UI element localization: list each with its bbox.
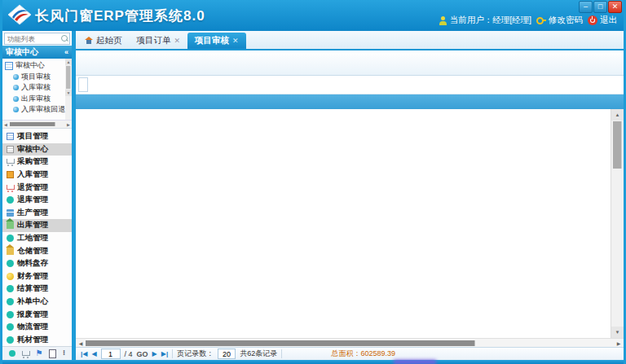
total-area-label: 总面积：602589.39 [331,349,395,359]
tree-item-2[interactable]: 出库审核 [5,94,65,105]
doc-gray-icon [7,146,14,153]
sidebar-item-2[interactable]: 采购管理 [2,156,72,169]
scroll-down-icon[interactable]: ▼ [65,90,72,96]
tab-label: 项目订单 [137,35,171,46]
page-size-input[interactable] [218,349,236,359]
last-page-button[interactable]: ▶| [161,350,168,357]
collapse-panel-icon[interactable]: « [64,48,68,56]
document-icon[interactable] [49,349,56,358]
sidebar-footer-toolbar: ⚑ ⁝ [2,346,72,360]
status-filter-group [78,77,88,92]
function-search-input[interactable] [5,35,69,43]
tree-item-1[interactable]: 入库审核 [5,82,65,94]
cart-icon[interactable] [22,350,29,357]
cart-red-icon [7,184,14,191]
minimize-button[interactable]: – [579,1,593,13]
dot-icon [7,196,14,204]
change-password-button[interactable]: 修改密码 [536,15,583,26]
sidebar-item-0[interactable]: 项目管理 [2,130,72,143]
flag-icon[interactable]: ⚑ [35,349,42,357]
sidebar-item-label: 补单中心 [17,296,48,307]
scroll-left-icon[interactable]: ◀ [76,340,86,346]
sidebar-item-11[interactable]: 财务管理 [2,270,72,283]
grid-horizontal-scrollbar[interactable]: ◀ ▶ [76,338,624,347]
tab-label: 项目审核 [195,35,229,46]
sidebar-item-12[interactable]: 结算管理 [2,283,72,296]
sidebar-item-10[interactable]: 物料盘存 [2,257,72,270]
dot-icon [7,311,14,318]
tree-root-audit-center[interactable]: 审核中心 [5,60,65,72]
tree-item-label: 入库审核回退 [21,104,65,115]
scroll-down-icon[interactable]: ▼ [611,327,624,338]
page-number-input[interactable] [101,349,121,359]
tab-close-icon[interactable]: ✕ [174,37,181,45]
sidebar-item-5[interactable]: 退库管理 [2,194,72,207]
first-page-button[interactable]: |◀ [81,350,87,357]
more-icon[interactable]: ⁝ [63,349,65,357]
user-bar: 当前用户：经理[经理] 修改密码 退出 [439,15,617,26]
scroll-up-icon[interactable]: ▲ [65,59,72,65]
bank-icon [7,248,14,255]
search-icon [61,35,68,42]
sidebar-item-1[interactable]: 审核中心 [2,143,72,156]
tab-起始页[interactable]: 起始页 [77,33,130,49]
grid-header-row [76,94,624,109]
record-count-label: 共62条记录 [240,349,277,359]
sidebar-item-label: 物料盘存 [17,258,48,269]
sidebar-item-6[interactable]: 生产管理 [2,207,72,220]
sidebar-item-3[interactable]: 入库管理 [2,169,72,182]
scroll-right-icon[interactable]: ▶ [614,340,624,346]
grid-vertical-scrollbar[interactable]: ▲ ▼ [611,109,624,338]
user-icon [439,16,447,25]
pagination-bar: |◀ ◀ / 4 GO ▶ ▶| 页记录数： 共62条记录 总面积：602589… [76,347,624,360]
coin-icon [7,273,14,280]
sidebar-item-4[interactable]: 退货管理 [2,181,72,194]
tree-node-dot-icon [13,74,19,80]
grid-rows [76,109,624,338]
scroll-thumb[interactable] [10,122,55,126]
go-button[interactable]: GO [137,350,148,358]
next-page-button[interactable]: ▶ [152,350,157,357]
sidebar-item-7[interactable]: 出库管理 [2,219,72,232]
dot-icon [7,298,14,305]
scroll-thumb[interactable] [66,66,71,89]
tab-项目订单[interactable]: 项目订单✕ [130,33,188,49]
scroll-left-icon[interactable]: ◀ [2,122,9,127]
sidebar-item-label: 生产管理 [17,208,48,218]
tree-node-dot-icon [13,85,19,90]
box-icon [7,171,14,178]
tree-vertical-scrollbar[interactable]: ▲ ▼ [65,59,72,120]
sidebar-item-label: 入库管理 [17,169,48,180]
sidebar-item-9[interactable]: 仓储管理 [2,244,72,257]
sidebar-item-label: 退货管理 [17,182,48,193]
toolbar [76,50,624,76]
main-content: 起始页项目订单✕项目审核✕ ▲ ▼ ◀ ▶ [76,31,624,360]
tree-item-3[interactable]: 入库审核回退 [5,104,65,116]
tab-项目审核[interactable]: 项目审核✕ [187,33,246,49]
sidebar-item-16[interactable]: 耗材管理 [2,334,72,347]
app-header: 长风门窗ERP管理系统8.0 – □ ✕ 当前用户：经理[经理] 修改密码 退出 [2,0,624,31]
tree-item-label: 入库审核 [21,82,51,93]
tab-close-icon[interactable]: ✕ [232,37,239,45]
sidebar-item-8[interactable]: 工地管理 [2,232,72,245]
sidebar-item-13[interactable]: 补单中心 [2,296,72,309]
module-dot-icon[interactable] [9,350,15,357]
tree-item-0[interactable]: 项目审核 [5,72,65,83]
maximize-button[interactable]: □ [593,1,607,13]
prev-page-button[interactable]: ◀ [91,350,96,357]
scroll-thumb[interactable] [86,340,475,346]
logout-button[interactable]: 退出 [588,15,617,26]
tree-root-label: 审核中心 [15,60,45,71]
orders-grid: ▲ ▼ [76,94,624,338]
scroll-right-icon[interactable]: ▶ [65,122,72,127]
panel-title: 审核中心 [6,46,38,58]
sidebar-item-label: 结算管理 [17,283,48,294]
tree-horizontal-scrollbar[interactable]: ◀ ▶ [2,121,72,129]
sidebar-item-14[interactable]: 报废管理 [2,308,72,321]
sidebar-item-15[interactable]: 物流管理 [2,321,72,334]
page-size-label: 页记录数： [177,349,214,359]
scroll-up-icon[interactable]: ▲ [611,109,624,121]
scroll-thumb[interactable] [613,121,622,169]
power-icon [588,15,597,25]
close-button[interactable]: ✕ [608,1,622,13]
